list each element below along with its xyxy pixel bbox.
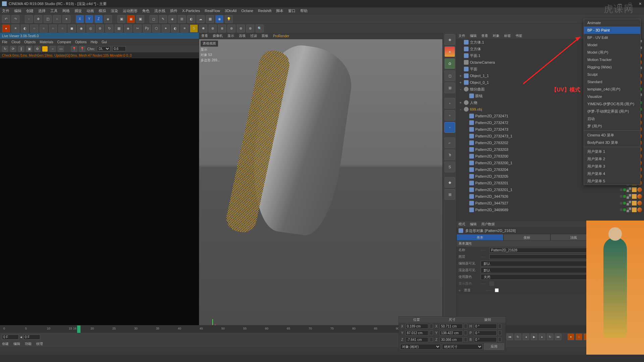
shader-16[interactable]: ✦ xyxy=(162,24,170,33)
y-axis-lock[interactable]: Y xyxy=(85,15,93,23)
tree-row[interactable]: Pattern2D_3469689 xyxy=(457,206,644,213)
vp-menu-item[interactable]: ProRender xyxy=(273,34,289,38)
menu-item[interactable]: 模拟 xyxy=(99,8,106,13)
shader-24[interactable]: ⊕ xyxy=(237,24,245,33)
redo-button[interactable]: ↷ xyxy=(11,15,19,23)
array-tool[interactable]: ⊞ xyxy=(178,15,186,23)
mode-snap[interactable]: 🖱 xyxy=(444,149,455,160)
shader-23[interactable]: ⊕ xyxy=(227,24,235,33)
light-tool[interactable]: ◉ xyxy=(215,15,223,23)
layout-menu-item[interactable]: 伊梦-手动绑定界面 (用户) xyxy=(584,108,640,115)
vp-menu-item[interactable]: 显示 xyxy=(227,34,234,38)
lv-menu-item[interactable]: File xyxy=(2,40,7,44)
menu-item[interactable]: 插件 xyxy=(170,8,177,13)
mode-workplane[interactable]: ⌐ xyxy=(444,137,455,148)
lv-refresh[interactable]: ↻ xyxy=(2,46,8,52)
move-tool[interactable]: ✥ xyxy=(34,15,42,23)
subdiv-tool[interactable]: ◈ xyxy=(168,15,176,23)
menu-item[interactable]: 创建 xyxy=(26,8,34,13)
octane-live[interactable]: ● xyxy=(2,24,10,33)
menu-item[interactable]: 文件 xyxy=(2,8,9,13)
timeline-cur-frame[interactable] xyxy=(23,335,40,340)
lv-menu-item[interactable]: Objects xyxy=(24,40,36,44)
deformer-tool[interactable]: ◐ xyxy=(187,15,195,23)
lv-chn-select[interactable]: DL xyxy=(97,46,110,51)
coord-apply-button[interactable]: 应用 xyxy=(484,343,504,350)
lv-menu-item[interactable]: Cloud xyxy=(11,40,20,44)
menu-item[interactable]: 3DtoAll xyxy=(225,9,236,13)
shader-5[interactable]: ○ xyxy=(58,24,66,33)
lv-chn-value[interactable] xyxy=(112,46,126,51)
loop2-button[interactable]: ↻ xyxy=(547,334,553,340)
prev-frame-button[interactable]: ◂ xyxy=(523,334,529,340)
lv-menu-item[interactable]: Materials xyxy=(40,40,53,44)
lv-render-view[interactable] xyxy=(0,58,199,347)
camera-tool[interactable]: ▦ xyxy=(206,15,214,23)
record-button[interactable]: ● xyxy=(568,334,574,340)
render-region[interactable]: ▣ xyxy=(127,15,135,23)
vp-menu-item[interactable]: 摄像机 xyxy=(213,34,223,38)
mat-menu-item[interactable]: 编辑 xyxy=(13,342,20,346)
obj-menu-item[interactable]: 编辑 xyxy=(470,34,477,38)
layout-menu-item[interactable]: YIMENG-伊梦OC布局 (用户) xyxy=(584,100,640,108)
mode-axis[interactable]: ⊞ xyxy=(444,82,455,93)
environment-tool[interactable]: ☁ xyxy=(197,15,205,23)
shader-20[interactable]: ✺ xyxy=(199,24,207,33)
mode-model[interactable]: ◈ xyxy=(444,34,455,45)
timeline-ruler[interactable]: 0510151620253035404550556065707580859016… xyxy=(0,325,644,333)
shader-17[interactable]: ◐ xyxy=(171,24,179,33)
loop-button[interactable]: ↻ xyxy=(515,334,521,340)
layout-menu-item[interactable]: Rigging (Wide) xyxy=(584,63,640,71)
vp-menu-item[interactable]: 选项 xyxy=(239,34,246,38)
layout-menu-item[interactable]: BP - UV Edit xyxy=(584,34,640,41)
layout-menu-item[interactable]: 用户菜单 5 xyxy=(584,177,640,185)
vp-menu-item[interactable]: 面板 xyxy=(262,34,268,38)
layout-menu-item[interactable]: 用户菜单 2 xyxy=(584,155,640,163)
rot-h[interactable] xyxy=(474,324,497,329)
mode-texture[interactable]: ● xyxy=(444,46,455,57)
timeline-start-frame[interactable] xyxy=(2,335,19,340)
attr-menu-item[interactable]: 编辑 xyxy=(470,222,477,227)
pos-z[interactable] xyxy=(406,337,428,342)
close-button[interactable]: ✕ xyxy=(638,2,642,6)
shader-7[interactable]: ◉ xyxy=(77,24,85,33)
tree-row[interactable]: Pattern2D_3447927 xyxy=(457,200,644,206)
shader-9[interactable]: ⊚ xyxy=(96,24,104,33)
shader-py[interactable]: Py xyxy=(143,24,151,33)
shader-4[interactable]: ○ xyxy=(49,24,57,33)
shader-15[interactable]: ⬡ xyxy=(152,24,160,33)
coord-size-select[interactable]: 绝对尺寸 xyxy=(442,344,483,350)
vp-menu-item[interactable]: 过滤 xyxy=(250,34,257,38)
tree-row[interactable]: Pattern2D_3447926 xyxy=(457,193,644,200)
layout-menu-item[interactable]: Model (用户) xyxy=(584,49,640,56)
shader-6[interactable]: ◼ xyxy=(68,24,76,33)
attr-tab[interactable]: 坐标 xyxy=(503,234,550,241)
autokey-button[interactable]: ○ xyxy=(576,334,582,340)
menu-item[interactable]: Redshift xyxy=(258,9,271,13)
lv-rect[interactable]: ▭ xyxy=(58,46,64,52)
menu-item[interactable]: 选择 xyxy=(38,8,46,13)
layout-menu-item[interactable]: 用户菜单 3 xyxy=(584,163,640,170)
viewport-3d[interactable]: 透视视图 显示 对象 53 多边形 289... 网格间距 : 100 cm xyxy=(199,39,443,353)
tree-row[interactable]: Pattern2D_2783201_1 xyxy=(457,186,644,193)
menu-item[interactable]: 帮助 xyxy=(300,8,308,13)
menu-item[interactable]: 工具 xyxy=(50,8,58,13)
octane-settings[interactable]: ☀ xyxy=(11,24,19,33)
shader-19[interactable]: S xyxy=(190,24,198,33)
obj-menu-item[interactable]: 文件 xyxy=(459,34,465,38)
lv-pause[interactable]: ‖ xyxy=(18,46,24,52)
mode-edge[interactable]: ▫ xyxy=(444,110,455,121)
layout-menu-item[interactable]: 用户菜单 4 xyxy=(584,170,640,177)
render-view[interactable]: ▣ xyxy=(117,15,125,23)
menu-item[interactable]: 窗口 xyxy=(288,8,296,13)
mode-normal[interactable]: ⊞ xyxy=(444,189,455,200)
menu-item[interactable]: 角色 xyxy=(142,8,150,13)
layout-menu-item[interactable]: 启动 xyxy=(584,115,640,122)
shader-11[interactable]: ▦ xyxy=(115,24,123,33)
mat-menu-item[interactable]: 纹理 xyxy=(36,342,43,346)
rot-p[interactable] xyxy=(474,330,497,336)
lv-reload[interactable]: ⟳ xyxy=(10,46,16,52)
layout-menu-item[interactable]: Animate xyxy=(584,19,640,26)
mode-object[interactable]: ◻ xyxy=(444,70,455,81)
layout-menu-item[interactable]: Model xyxy=(584,41,640,49)
